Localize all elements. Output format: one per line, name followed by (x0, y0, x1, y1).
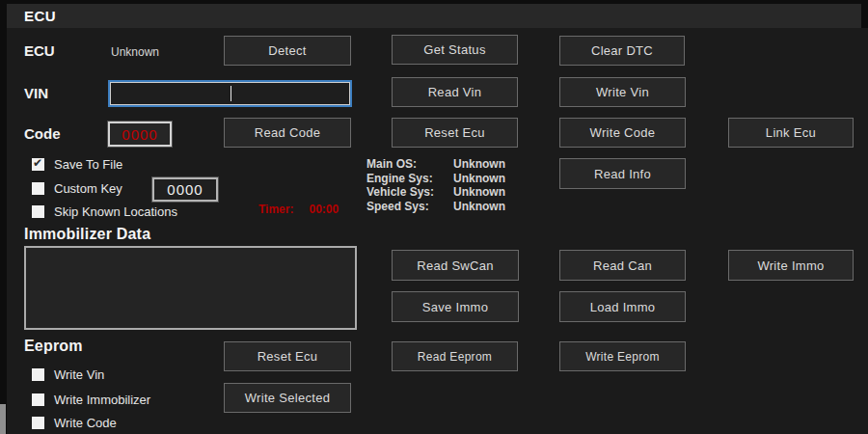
write-eeprom-button[interactable]: Write Eeprom (559, 341, 686, 371)
write-code-button[interactable]: Write Code (559, 118, 686, 148)
vin-input[interactable] (108, 80, 352, 107)
load-immo-button[interactable]: Load Immo (559, 291, 686, 322)
eeprom-write-immobilizer-checkbox[interactable]: Write Immobilizer (32, 393, 150, 407)
timer-value: 00:00 (309, 203, 339, 216)
checkbox-box[interactable] (32, 158, 44, 171)
checkbox-box[interactable] (32, 368, 44, 381)
detect-button[interactable]: Detect (224, 36, 351, 66)
eeprom-write-code-checkbox[interactable]: Write Code (32, 416, 117, 430)
status-value: Unknown (453, 172, 505, 186)
eeprom-write-vin-checkbox[interactable]: Write Vin (32, 367, 104, 382)
checkbox-label: Custom Key (54, 181, 122, 196)
checkbox-label: Write Vin (54, 367, 104, 382)
checkbox-box[interactable] (32, 393, 44, 406)
save-immo-button[interactable]: Save Immo (392, 291, 519, 322)
text-caret (231, 86, 231, 101)
read-swcan-button[interactable]: Read SwCan (392, 250, 519, 281)
title-bar: ECU (7, 4, 861, 28)
write-immo-button[interactable]: Write Immo (728, 250, 854, 281)
save-to-file-checkbox[interactable]: Save To File (32, 157, 122, 172)
scrollbar-fragment[interactable] (0, 404, 6, 434)
checkbox-label: Write Immobilizer (54, 393, 150, 407)
eeprom-heading: Eeprom (24, 338, 83, 355)
checkbox-box[interactable] (32, 417, 44, 429)
ecu-value: Unknown (111, 45, 159, 59)
vin-label: VIN (24, 85, 48, 101)
status-row: Main OS: Unknown (366, 157, 505, 172)
custom-key-checkbox[interactable]: Custom Key (32, 181, 122, 196)
checkbox-box[interactable] (32, 205, 44, 218)
read-eeprom-button[interactable]: Read Eeprom (392, 341, 518, 371)
status-label: Main OS: (366, 157, 453, 172)
status-value: Unknown (453, 157, 505, 172)
code-label: Code (24, 125, 61, 142)
link-ecu-button[interactable]: Link Ecu (728, 118, 854, 148)
write-vin-button[interactable]: Write Vin (559, 77, 686, 107)
checkbox-label: Skip Known Locations (54, 204, 177, 219)
status-block: Main OS: Unknown Engine Sys: Unknown Veh… (366, 157, 505, 214)
eeprom-reset-ecu-button[interactable]: Reset Ecu (224, 341, 351, 371)
status-value: Unknown (453, 185, 505, 200)
checkbox-label: Save To File (54, 157, 122, 172)
code-value-field[interactable]: 0000 (108, 122, 172, 147)
status-row: Vehicle Sys: Unknown (366, 185, 505, 200)
status-label: Engine Sys: (366, 172, 453, 186)
status-label: Vehicle Sys: (366, 185, 453, 200)
status-row: Speed Sys: Unknown (366, 200, 505, 214)
skip-known-locations-checkbox[interactable]: Skip Known Locations (32, 204, 177, 219)
ecu-window: ECU ECU Unknown Detect Get Status Clear … (0, 0, 868, 434)
write-selected-button[interactable]: Write Selected (224, 383, 351, 413)
read-can-button[interactable]: Read Can (559, 250, 686, 281)
checkbox-box[interactable] (32, 182, 44, 195)
checkbox-label: Write Code (54, 416, 117, 430)
get-status-button[interactable]: Get Status (392, 35, 518, 65)
status-value: Unknown (453, 200, 505, 214)
immobilizer-heading: Immobilizer Data (24, 226, 150, 243)
timer-label: Timer: (258, 203, 293, 216)
window-title: ECU (24, 8, 56, 24)
clear-dtc-button[interactable]: Clear DTC (559, 36, 685, 66)
reset-ecu-button[interactable]: Reset Ecu (392, 118, 518, 148)
status-label: Speed Sys: (366, 200, 453, 214)
custom-key-input[interactable]: 0000 (152, 177, 218, 202)
read-code-button[interactable]: Read Code (224, 118, 351, 148)
ecu-label: ECU (24, 42, 55, 59)
read-vin-button[interactable]: Read Vin (392, 77, 518, 107)
read-info-button[interactable]: Read Info (559, 158, 686, 189)
immobilizer-data-box[interactable] (24, 246, 357, 330)
status-row: Engine Sys: Unknown (366, 172, 505, 186)
timer: Timer: 00:00 (258, 203, 339, 216)
